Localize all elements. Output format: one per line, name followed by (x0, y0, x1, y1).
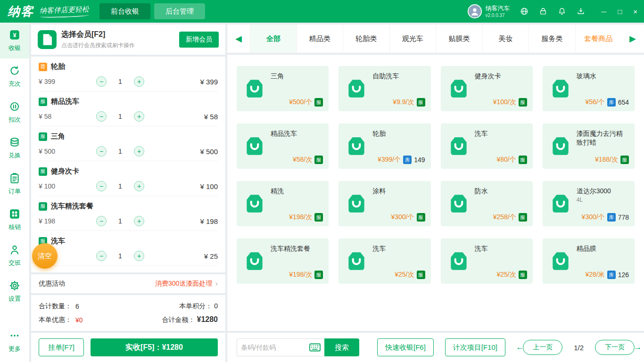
globe-icon[interactable] (520, 7, 529, 16)
sidebar-item-shift[interactable]: 交班 (0, 238, 29, 273)
keyboard-icon[interactable] (309, 343, 321, 352)
item-total: ¥ 25 (204, 252, 218, 260)
product-card[interactable]: 自助洗车 ¥9.9/次 服 (339, 66, 430, 111)
sidebar-item-verify[interactable]: 核销 (0, 202, 29, 238)
recharge-icon (8, 65, 21, 77)
product-price: ¥25/次 (497, 271, 516, 279)
window-controls: ─ □ × (602, 8, 637, 16)
cart-panel: 选择会员[F2] 点击进行会员搜索或刷卡操作 新增会员 清空 普 轮胎 ¥ 39… (31, 25, 225, 362)
cart-item[interactable]: 服 洗车精洗套餐 ¥ 198 − 1 + ¥ 198 (39, 196, 218, 231)
maximize-button[interactable]: □ (618, 8, 622, 16)
stock-count: 149 (414, 156, 425, 164)
product-card[interactable]: 防水 ¥258/个 服 (441, 181, 533, 226)
product-card[interactable]: 精品洗车 ¥58/次 服 (237, 123, 329, 169)
increase-qty-button[interactable]: + (134, 216, 144, 226)
product-card[interactable]: 健身次卡 ¥100/次 服 (441, 66, 533, 111)
shopping-bag-icon (241, 128, 268, 164)
service-badge: 服 (417, 98, 425, 107)
add-member-button[interactable]: 新增会员 (179, 32, 219, 48)
decrease-qty-button[interactable]: − (96, 216, 107, 226)
category-tab[interactable]: 观光车 (389, 25, 436, 53)
lock-icon[interactable] (538, 7, 548, 16)
product-price: ¥100/次 (493, 98, 516, 107)
promo-row[interactable]: 优惠活动 消费300送漆面处理 › (31, 274, 225, 293)
product-name: 玻璃水 (577, 72, 629, 81)
product-card[interactable]: 精品膜 ¥28/米 库 126 (543, 239, 635, 284)
shopping-bag-icon (241, 186, 268, 222)
product-card[interactable]: 轮胎 ¥399/个 库 149 (339, 123, 430, 169)
product-card[interactable]: 涂料 ¥300/个 服 (339, 181, 430, 226)
decrease-qty-button[interactable]: − (96, 111, 107, 122)
hold-order-button[interactable]: 挂单[F7] (39, 338, 84, 356)
increase-qty-button[interactable]: + (134, 111, 144, 122)
tab-front-cashier[interactable]: 前台收银 (99, 3, 150, 19)
decrease-qty-button[interactable]: − (96, 251, 107, 261)
quick-cashier-button[interactable]: 快速收银[F6] (377, 338, 434, 356)
item-unit-price: ¥ 100 (39, 182, 96, 190)
item-qty: 1 (107, 148, 134, 155)
next-page-button[interactable]: 下一页 → (595, 340, 635, 355)
product-card[interactable]: 三角 ¥500/个 服 (237, 66, 329, 111)
more-dots-icon (8, 329, 21, 342)
increase-qty-button[interactable]: + (134, 146, 144, 156)
item-type-badge: 服 (39, 132, 47, 141)
prev-page-button[interactable]: ← 上一页 (523, 340, 562, 355)
product-card[interactable]: 玻璃水 ¥56/个 库 654 (543, 66, 635, 111)
sidebar-item-orders[interactable]: 订单 (0, 166, 29, 202)
increase-qty-button[interactable]: + (134, 181, 144, 191)
user-info[interactable]: 纳客汽车 v2.0.0.37 (468, 4, 510, 18)
close-button[interactable]: × (633, 8, 637, 16)
category-next-icon[interactable]: ▶ (621, 25, 644, 53)
tab-back-admin[interactable]: 后台管理 (154, 3, 205, 19)
bell-icon[interactable] (557, 7, 567, 16)
download-icon[interactable] (576, 7, 586, 16)
member-select[interactable]: 选择会员[F2] 点击进行会员搜索或刷卡操作 新增会员 (31, 25, 225, 55)
product-card[interactable]: 洗车 ¥25/次 服 (441, 239, 533, 284)
checkout-button[interactable]: 实收[F5]：¥1280 (91, 338, 218, 356)
sidebar-item-exchange[interactable]: 兑换 (0, 130, 29, 166)
sidebar-item-more[interactable]: 更多 (0, 323, 29, 359)
product-card[interactable]: 道达尔3000 4L ¥300/个 库 778 (543, 181, 635, 226)
sidebar-item-recharge-count[interactable]: 充次 (0, 58, 29, 94)
category-tab[interactable]: 全部 (250, 25, 297, 53)
increase-qty-button[interactable]: + (134, 251, 144, 261)
clear-cart-button[interactable]: 清空 (32, 243, 58, 269)
sidebar-item-cashier[interactable]: ¥ 收银 (0, 23, 29, 58)
count-item-button[interactable]: 计次项目[F10] (445, 338, 505, 356)
product-card[interactable]: 洗车精洗套餐 ¥198/次 服 (237, 239, 329, 284)
service-badge: 服 (519, 156, 527, 164)
cart-item[interactable]: 服 健身次卡 ¥ 100 − 1 + ¥ 100 (39, 161, 218, 196)
item-total: ¥ 100 (200, 182, 218, 190)
search-button[interactable]: 搜索 (324, 338, 359, 356)
top-bar: 纳客 纳客伴店更轻松 前台收银 后台管理 纳客汽车 v2.0.0.37 ─ □ … (0, 0, 644, 23)
category-tab[interactable]: 服务类 (528, 25, 575, 53)
product-grid: 三角 ¥500/个 服 (237, 66, 635, 284)
minimize-button[interactable]: ─ (602, 8, 607, 16)
category-prev-icon[interactable]: ◀ (227, 25, 250, 53)
increase-qty-button[interactable]: + (134, 76, 144, 87)
cart-item[interactable]: 服 三角 ¥ 500 − 1 + ¥ 500 (39, 126, 218, 161)
category-tab[interactable]: 轮胎类 (343, 25, 389, 53)
cart-item[interactable]: 普 轮胎 ¥ 399 − 1 + ¥ 399 (39, 57, 218, 91)
category-tab[interactable]: 精品类 (297, 25, 343, 53)
cart-item[interactable]: 服 精品洗车 ¥ 58 − 1 + ¥ 58 (39, 91, 218, 126)
service-badge: 服 (417, 271, 425, 279)
barcode-input[interactable] (241, 344, 309, 351)
product-card[interactable]: 洗车 ¥25/次 服 (339, 239, 430, 284)
decrease-qty-button[interactable]: − (96, 146, 107, 156)
cart-item[interactable]: 服 洗车 ¥ 25 − 1 + ¥ 25 (39, 231, 218, 266)
category-tab[interactable]: 套餐商品 (575, 25, 622, 53)
category-tab[interactable]: 美妆 (482, 25, 529, 53)
stock-badge: 库 (607, 271, 616, 279)
category-tabs: 全部 精品类 轮胎类 观光车 贴膜类 美妆 服务类 套餐商品 (250, 25, 621, 53)
product-card[interactable]: 精洗 ¥198/次 服 (237, 181, 329, 226)
decrease-qty-button[interactable]: − (96, 76, 107, 87)
sidebar-item-settings[interactable]: 设置 (0, 273, 29, 309)
sidebar-item-deduct-count[interactable]: 扣次 (0, 94, 29, 130)
product-card[interactable]: 洗车 ¥80/个 服 (441, 123, 533, 169)
product-price: ¥300/个 (391, 213, 414, 222)
category-tab[interactable]: 贴膜类 (436, 25, 482, 53)
product-card[interactable]: 漆面魔力去污精致打蜡 ¥188/次 服 (543, 123, 635, 169)
decrease-qty-button[interactable]: − (96, 181, 107, 191)
item-type-badge: 普 (39, 63, 47, 71)
